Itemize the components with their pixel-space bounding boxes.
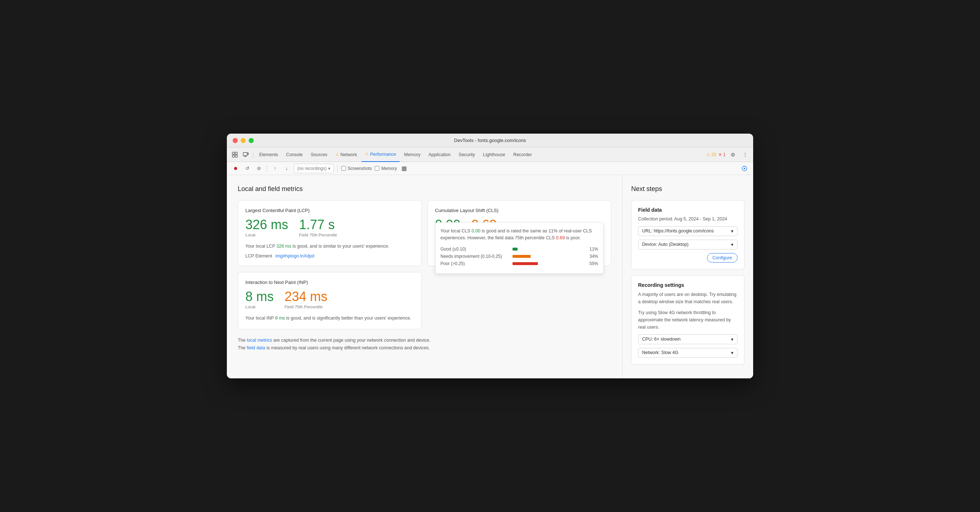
cls-bar-poor-pct: 55% bbox=[589, 261, 598, 266]
toolbar-settings-button[interactable] bbox=[740, 164, 749, 173]
svg-rect-5 bbox=[244, 156, 247, 156]
svg-rect-3 bbox=[235, 155, 237, 157]
url-dropdown-arrow: ▾ bbox=[731, 228, 733, 234]
network-dropdown-arrow: ▾ bbox=[731, 350, 733, 356]
lcp-description: Your local LCP 326 ms is good, and is si… bbox=[245, 243, 414, 250]
network-throttle-dropdown[interactable]: Network: Slow 4G ▾ bbox=[638, 348, 738, 358]
cls-tooltip: Your local CLS 0.00 is good and is rated… bbox=[435, 222, 604, 274]
field-data-card: Field data Collection period: Aug 5, 202… bbox=[631, 200, 745, 270]
inp-local-num: 8 ms bbox=[245, 290, 274, 303]
tab-lighthouse[interactable]: Lighthouse bbox=[479, 147, 509, 162]
cls-bar-poor: Poor (>0.25) 55% bbox=[441, 261, 598, 266]
recording-settings-card: Recording settings A majority of users a… bbox=[631, 275, 745, 365]
tab-security-label: Security bbox=[459, 152, 475, 157]
cls-bar-good: Good (≤0.10) 11% bbox=[441, 247, 598, 252]
right-panel: Next steps Field data Collection period:… bbox=[622, 175, 753, 378]
more-options-button[interactable]: ⋮ bbox=[740, 150, 750, 160]
lcp-desc-after: is good, and is similar to your users' e… bbox=[291, 244, 389, 249]
upload-button[interactable]: ↑ bbox=[271, 164, 280, 173]
cls-bar-poor-bar bbox=[512, 262, 538, 265]
cpu-dropdown-arrow: ▾ bbox=[731, 337, 733, 342]
configure-button[interactable]: Configure bbox=[707, 253, 738, 263]
memory-label: Memory bbox=[381, 166, 397, 171]
tab-memory-label: Memory bbox=[404, 152, 420, 157]
tab-memory[interactable]: Memory bbox=[400, 147, 424, 162]
window-title: DevTools - fonts.google.com/icons bbox=[454, 138, 526, 143]
tab-performance[interactable]: ⚠ Performance bbox=[361, 147, 400, 162]
memory-checkbox-label[interactable]: Memory bbox=[375, 166, 397, 171]
tab-console[interactable]: Console bbox=[282, 147, 306, 162]
cls-tooltip-before: Your local CLS bbox=[441, 228, 472, 233]
url-dropdown[interactable]: URL: https://fonts.google.com/icons ▾ bbox=[638, 226, 738, 236]
lcp-element: LCP Element img#hplogo.lnXdpd bbox=[245, 254, 414, 258]
reload-record-button[interactable]: ↺ bbox=[243, 164, 251, 173]
cls-tooltip-after: is poor. bbox=[565, 235, 581, 240]
minimize-button[interactable] bbox=[241, 138, 246, 143]
performance-monitor-button[interactable]: ▦ bbox=[400, 164, 409, 173]
tab-lighthouse-label: Lighthouse bbox=[483, 152, 505, 157]
error-badge: ✕ 1 bbox=[718, 152, 725, 157]
footer-line1: The local metrics are captured from the … bbox=[238, 337, 611, 344]
device-toolbar-icon[interactable] bbox=[241, 150, 251, 160]
device-dropdown[interactable]: Device: Auto (Desktop) ▾ bbox=[638, 240, 738, 249]
lcp-element-link[interactable]: img#hplogo.lnXdpd bbox=[275, 254, 314, 258]
screenshots-checkbox-label[interactable]: Screenshots bbox=[341, 166, 372, 171]
configure-section: Configure bbox=[638, 253, 738, 263]
footer2-after: is measured by real users using many dif… bbox=[265, 345, 430, 351]
recording-desc2: Try using Slow 4G network throttling to … bbox=[638, 309, 738, 331]
lcp-desc-before: Your local LCP bbox=[245, 244, 276, 249]
recording-selector[interactable]: (no recordings) ▾ bbox=[294, 164, 334, 173]
inp-desc-before: Your local INP bbox=[245, 316, 275, 321]
svg-rect-1 bbox=[232, 155, 234, 157]
performance-warn-icon: ⚠ bbox=[365, 152, 369, 156]
record-button[interactable]: ⏺ bbox=[231, 164, 240, 173]
toolbar-right: ⚠ 20 ✕ 1 ⚙ ⋮ bbox=[706, 150, 750, 160]
lcp-field-label: Field 75th Percentile bbox=[299, 233, 337, 237]
recording-placeholder: (no recordings) bbox=[297, 166, 327, 171]
memory-checkbox[interactable] bbox=[375, 166, 379, 171]
collection-period: Collection period: Aug 5, 2024 - Sep 1, … bbox=[638, 216, 738, 223]
tab-security[interactable]: Security bbox=[455, 147, 479, 162]
svg-point-9 bbox=[744, 168, 745, 169]
tab-elements[interactable]: Elements bbox=[256, 147, 282, 162]
tab-recorder[interactable]: Recorder bbox=[510, 147, 535, 162]
title-bar: DevTools - fonts.google.com/icons bbox=[227, 134, 753, 147]
cls-card: Cumulative Layout Shift (CLS) 0.00 Local… bbox=[428, 200, 612, 266]
cls-tooltip-local: 0.00 bbox=[471, 228, 480, 233]
tab-network[interactable]: ⚠ Network bbox=[332, 147, 361, 162]
tab-sources[interactable]: Sources bbox=[307, 147, 331, 162]
cls-bar-poor-label: Poor (>0.25) bbox=[441, 261, 510, 266]
recording-desc1: A majority of users are on desktop. Try … bbox=[638, 291, 738, 305]
inp-card: Interaction to Next Paint (INP) 8 ms Loc… bbox=[238, 272, 422, 329]
cls-bar-needs: Needs improvement (0.10-0.25) 34% bbox=[441, 254, 598, 259]
cls-bar-good-pct: 11% bbox=[589, 247, 598, 252]
inp-local-value: 8 ms Local bbox=[245, 290, 274, 309]
lcp-desc-value[interactable]: 326 ms bbox=[276, 244, 291, 249]
recording-settings-title: Recording settings bbox=[638, 282, 738, 288]
lcp-local-label: Local bbox=[245, 233, 288, 237]
toolbar2-separator-2 bbox=[337, 165, 337, 172]
screenshots-checkbox[interactable] bbox=[341, 166, 346, 171]
device-label: Device: Auto (Desktop) bbox=[642, 242, 689, 247]
svg-rect-7 bbox=[248, 153, 249, 155]
tab-application[interactable]: Application bbox=[425, 147, 454, 162]
footer1-before: The bbox=[238, 338, 247, 343]
inspect-icon[interactable] bbox=[230, 150, 240, 160]
settings-gear-button[interactable]: ⚙ bbox=[728, 150, 738, 160]
lcp-title: Largest Contentful Paint (LCP) bbox=[245, 208, 414, 213]
svg-rect-4 bbox=[243, 153, 247, 156]
field-data-link[interactable]: field data bbox=[247, 345, 265, 351]
local-metrics-link[interactable]: local metrics bbox=[247, 338, 272, 343]
clear-button[interactable]: ⊘ bbox=[255, 164, 263, 173]
inp-field-value: 234 ms Field 75th Percentile bbox=[285, 290, 328, 309]
lcp-field-num: 1.77 s bbox=[299, 218, 337, 231]
download-button[interactable]: ↓ bbox=[282, 164, 291, 173]
lcp-local-value: 326 ms Local bbox=[245, 218, 288, 237]
cpu-dropdown[interactable]: CPU: 6× slowdown ▾ bbox=[638, 335, 738, 344]
tab-network-label: Network bbox=[340, 152, 357, 157]
close-button[interactable] bbox=[233, 138, 238, 143]
inp-desc-value[interactable]: 8 ms bbox=[275, 316, 285, 321]
maximize-button[interactable] bbox=[249, 138, 254, 143]
cpu-label: CPU: 6× slowdown bbox=[642, 337, 681, 342]
recording-settings-body: A majority of users are on desktop. Try … bbox=[638, 291, 738, 331]
